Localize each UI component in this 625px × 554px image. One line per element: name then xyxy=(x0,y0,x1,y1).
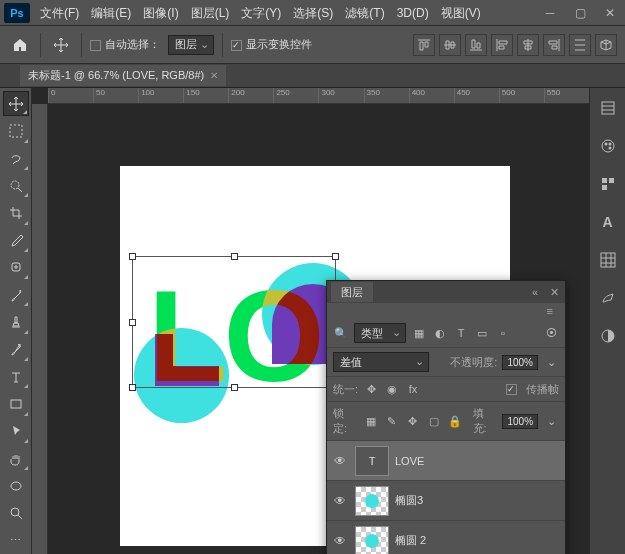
unify-visibility-icon[interactable]: ◉ xyxy=(384,381,400,397)
ellipse-tool[interactable] xyxy=(3,473,29,498)
lock-pixels-icon[interactable]: ✎ xyxy=(384,413,400,429)
layer-row[interactable]: 👁 椭圆3 xyxy=(327,481,565,521)
history-brush-tool[interactable] xyxy=(3,337,29,362)
lasso-tool[interactable] xyxy=(3,146,29,171)
menu-view[interactable]: 视图(V) xyxy=(435,0,487,26)
healing-tool[interactable] xyxy=(3,255,29,280)
history-panel-icon[interactable] xyxy=(594,96,622,120)
type-tool[interactable] xyxy=(3,364,29,389)
menu-file[interactable]: 文件(F) xyxy=(34,0,85,26)
move-tool[interactable] xyxy=(3,91,29,116)
lock-all-icon[interactable]: 🔒 xyxy=(447,413,463,429)
filter-adjust-icon[interactable]: ◐ xyxy=(432,325,448,341)
lock-position-icon[interactable]: ✥ xyxy=(405,413,421,429)
transform-handle[interactable] xyxy=(129,319,136,326)
lock-transparent-icon[interactable]: ▦ xyxy=(363,413,379,429)
menu-type[interactable]: 文字(Y) xyxy=(235,0,287,26)
auto-select-checkbox[interactable]: 自动选择： xyxy=(90,37,160,52)
filter-type-icon[interactable]: T xyxy=(453,325,469,341)
crop-tool[interactable] xyxy=(3,200,29,225)
align-bottom-icon[interactable] xyxy=(465,34,487,56)
menu-filter[interactable]: 滤镜(T) xyxy=(339,0,390,26)
show-transform-checkbox[interactable]: 显示变换控件 xyxy=(231,37,312,52)
svg-point-8 xyxy=(604,143,607,146)
minimize-button[interactable]: ─ xyxy=(535,0,565,26)
menu-image[interactable]: 图像(I) xyxy=(137,0,184,26)
visibility-icon[interactable]: 👁 xyxy=(331,454,349,468)
opacity-dropdown-icon[interactable]: ⌄ xyxy=(543,354,559,370)
adjustments-panel-icon[interactable] xyxy=(594,324,622,348)
path-select-tool[interactable] xyxy=(3,419,29,444)
lock-artboard-icon[interactable]: ▢ xyxy=(426,413,442,429)
transform-handle[interactable] xyxy=(231,253,238,260)
filter-type-dropdown[interactable]: 类型 xyxy=(354,323,406,343)
quick-select-tool[interactable] xyxy=(3,173,29,198)
unify-row: 统一: ✥ ◉ fx 传播帧 xyxy=(327,377,565,402)
document-tab[interactable]: 未标题-1 @ 66.7% (LOVE, RGB/8#) ✕ xyxy=(20,65,226,86)
close-button[interactable]: ✕ xyxy=(595,0,625,26)
align-hcenter-icon[interactable] xyxy=(517,34,539,56)
transform-handle[interactable] xyxy=(231,384,238,391)
filter-toggle-icon[interactable]: ⦿ xyxy=(543,325,559,341)
character-panel-icon[interactable]: A xyxy=(594,210,622,234)
align-vcenter-icon[interactable] xyxy=(439,34,461,56)
unify-position-icon[interactable]: ✥ xyxy=(363,381,379,397)
layer-name[interactable]: 椭圆3 xyxy=(395,493,423,508)
collapse-icon[interactable]: « xyxy=(526,286,544,298)
layer-thumbnail[interactable] xyxy=(355,486,389,516)
layers-tab[interactable]: 图层 xyxy=(331,282,373,302)
color-panel-icon[interactable] xyxy=(594,134,622,158)
menu-layer[interactable]: 图层(L) xyxy=(185,0,236,26)
layers-panel[interactable]: 图层 « ✕ ≡ 🔍 类型 ▦ ◐ T ▭ ▫ ⦿ 差值 不透明度: 100% … xyxy=(326,280,566,554)
layer-row[interactable]: 👁 椭圆 2 xyxy=(327,521,565,554)
close-tab-icon[interactable]: ✕ xyxy=(210,70,218,81)
home-icon[interactable] xyxy=(8,33,32,57)
swatches-panel-icon[interactable] xyxy=(594,172,622,196)
rectangle-tool[interactable] xyxy=(3,391,29,416)
paragraph-panel-icon[interactable] xyxy=(594,248,622,272)
transform-bounding-box[interactable] xyxy=(132,256,336,388)
panel-menu-icon[interactable]: ≡ xyxy=(541,305,559,317)
filter-pixel-icon[interactable]: ▦ xyxy=(411,325,427,341)
hand-tool[interactable] xyxy=(3,446,29,471)
align-left-icon[interactable] xyxy=(491,34,513,56)
align-top-icon[interactable] xyxy=(413,34,435,56)
auto-select-target-dropdown[interactable]: 图层 xyxy=(168,35,214,55)
layer-thumbnail[interactable] xyxy=(355,526,389,555)
brush-tool[interactable] xyxy=(3,282,29,307)
align-right-icon[interactable] xyxy=(543,34,565,56)
layer-name[interactable]: 椭圆 2 xyxy=(395,533,426,548)
layer-thumbnail[interactable]: T xyxy=(355,446,389,476)
maximize-button[interactable]: ▢ xyxy=(565,0,595,26)
visibility-icon[interactable]: 👁 xyxy=(331,494,349,508)
transform-handle[interactable] xyxy=(129,253,136,260)
menu-3d[interactable]: 3D(D) xyxy=(391,0,435,26)
propagate-frame-checkbox[interactable] xyxy=(506,384,517,395)
edit-toolbar[interactable]: ⋯ xyxy=(3,528,29,553)
transform-handle[interactable] xyxy=(129,384,136,391)
search-icon[interactable]: 🔍 xyxy=(333,325,349,341)
fill-value[interactable]: 100% xyxy=(502,414,538,429)
stamp-tool[interactable] xyxy=(3,309,29,334)
filter-smart-icon[interactable]: ▫ xyxy=(495,325,511,341)
marquee-tool[interactable] xyxy=(3,118,29,143)
layer-name[interactable]: LOVE xyxy=(395,455,424,467)
unify-style-icon[interactable]: fx xyxy=(405,381,421,397)
menu-select[interactable]: 选择(S) xyxy=(287,0,339,26)
3d-mode-icon[interactable] xyxy=(595,34,617,56)
blend-mode-dropdown[interactable]: 差值 xyxy=(333,352,429,372)
menu-edit[interactable]: 编辑(E) xyxy=(85,0,137,26)
layer-row[interactable]: 👁 T LOVE xyxy=(327,441,565,481)
transform-handle[interactable] xyxy=(332,253,339,260)
filter-shape-icon[interactable]: ▭ xyxy=(474,325,490,341)
zoom-tool[interactable] xyxy=(3,501,29,526)
fill-dropdown-icon[interactable]: ⌄ xyxy=(543,413,559,429)
move-tool-icon[interactable] xyxy=(49,33,73,57)
close-panel-icon[interactable]: ✕ xyxy=(544,286,565,299)
visibility-icon[interactable]: 👁 xyxy=(331,534,349,548)
opacity-value[interactable]: 100% xyxy=(502,355,538,370)
layers-panel-header[interactable]: 图层 « ✕ xyxy=(327,281,565,303)
styles-panel-icon[interactable] xyxy=(594,286,622,310)
distribute-icon[interactable] xyxy=(569,34,591,56)
eyedropper-tool[interactable] xyxy=(3,228,29,253)
